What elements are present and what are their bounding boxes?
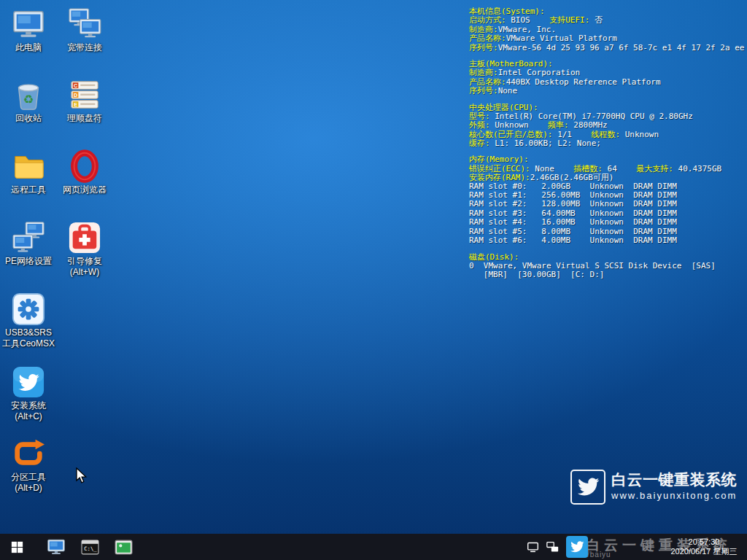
svg-text:C: C xyxy=(74,83,77,89)
sysinfo-line: 外频: Unknown 频率: 2800MHz xyxy=(469,120,745,128)
sysinfo-line: 型号: Intel(R) Core(TM) i7-7700HQ CPU @ 2.… xyxy=(469,111,745,120)
taskbar-app-pe-tool[interactable] xyxy=(39,534,73,560)
sysinfo-line: RAM slot #3: 64.00MB Unknown DRAM DIMM xyxy=(469,209,745,217)
sysinfo-line: RAM slot #1: 256.00MB Unknown DRAM DIMM xyxy=(469,190,745,199)
desktop-icon-label: USB3&SRS xyxy=(1,327,56,338)
sysinfo-line: 制造商:Intel Corporation xyxy=(469,67,745,76)
sysinfo-line xyxy=(469,244,745,252)
taskbar: C:\_ 白云一键重装系统 /baiyu xyxy=(0,534,747,560)
taskbar-clock[interactable]: 20:57:30 2020/06/17 星期三 xyxy=(665,537,743,556)
desktop-icon-label: PE网络设置 xyxy=(1,256,56,267)
pe-tool-icon xyxy=(47,537,66,556)
desktop-icon-partition-tool[interactable]: 分区工具 (Alt+D) xyxy=(1,437,56,494)
svg-text:♻: ♻ xyxy=(23,93,34,106)
sysinfo-line: RAM slot #4: 16.00MB Unknown DRAM DIMM xyxy=(469,217,745,226)
svg-text:D: D xyxy=(74,93,77,98)
desktop-icon-label-2: (Alt+W) xyxy=(57,267,112,278)
desktop-icon-recycle-bin[interactable]: ♻ 回收站 xyxy=(1,78,56,124)
brand-title: 白云一键重装系统 xyxy=(611,470,737,490)
brand-url: www.baiyunxitong.com xyxy=(611,490,737,501)
taskbar-app-cmd[interactable]: C:\_ xyxy=(73,534,107,560)
desktop-icon-label: 回收站 xyxy=(1,113,56,124)
sysinfo-line: RAM slot #5: 8.00MB Unknown DRAM DIMM xyxy=(469,227,745,236)
tray-network-icon[interactable] xyxy=(546,541,559,553)
desktop-icon-label: 理顺盘符 xyxy=(57,113,112,124)
sysinfo-line: 本机信息(System): xyxy=(469,6,745,15)
desktop-icon-label: 引导修复 xyxy=(57,256,112,267)
repair-toolbox-icon xyxy=(68,221,101,254)
media-tool-icon xyxy=(115,538,133,556)
command-prompt-icon: C:\_ xyxy=(81,538,99,556)
desktop-icon-boot-repair[interactable]: 引导修复 (Alt+W) xyxy=(57,221,112,278)
desktop-icon-label-2: (Alt+D) xyxy=(1,483,56,494)
desktop-icon-label: 此电脑 xyxy=(1,42,56,53)
desktop-icon-usb3-srs-tool[interactable]: USB3&SRS 工具CeoMSX xyxy=(1,292,56,349)
network-settings-icon xyxy=(12,221,45,254)
tray-display-icon[interactable] xyxy=(527,541,539,553)
sysinfo-line: 中央处理器(CPU): xyxy=(469,102,745,111)
desktop-icon-broadband[interactable]: 宽带连接 xyxy=(57,7,112,53)
sysinfo-line: 0 VMware, VMware Virtual S SCSI Disk Dev… xyxy=(469,261,745,270)
dual-monitor-icon xyxy=(68,7,101,41)
sysinfo-line: 启动方式: BIOS 支持UEFI: 否 xyxy=(469,15,745,23)
tray-brand-bird-icon[interactable] xyxy=(566,536,588,558)
sysinfo-line: [MBR] [30.00GB] [C: D:] xyxy=(469,270,745,279)
taskbar-app-media-tool[interactable] xyxy=(107,534,140,560)
desktop-icon-pe-network-settings[interactable]: PE网络设置 xyxy=(1,221,56,267)
sysinfo-line: RAM slot #2: 128.00MB Unknown DRAM DIMM xyxy=(469,199,745,208)
start-button[interactable] xyxy=(0,534,34,560)
sysinfo-line: 产品名称:440BX Desktop Reference Platform xyxy=(469,77,745,85)
sysinfo-line: 内存(Memory): xyxy=(469,154,745,163)
sysinfo-line: 磁盘(Disk): xyxy=(469,252,745,260)
desktop-icon-label-2: 工具CeoMSX xyxy=(1,338,56,349)
desktop-icon-label: 网页浏览器 xyxy=(57,184,112,195)
desktop-icon-web-browser[interactable]: 网页浏览器 xyxy=(57,149,112,195)
desktop-icon-label: 远程工具 xyxy=(1,184,56,195)
desktop-icon-remote-tools[interactable]: 远程工具 xyxy=(1,149,56,195)
sysinfo-line: 核心数(已开启/总数): 1/1 线程数: Unknown xyxy=(469,129,745,138)
system-tray: 20:57:30 2020/06/17 星期三 xyxy=(527,534,747,560)
mouse-cursor xyxy=(74,467,90,485)
bird-logo-icon xyxy=(12,365,45,399)
desktop-icon-label: 宽带连接 xyxy=(57,42,112,53)
svg-text:C:\_: C:\_ xyxy=(84,545,97,552)
sysinfo-line: RAM slot #6: 4.00MB Unknown DRAM DIMM xyxy=(469,236,745,244)
clock-time: 20:57:30 xyxy=(665,537,743,547)
desktop: 此电脑 宽带连接 ♻ 回收站 C D E 理 xyxy=(0,0,747,560)
windows-logo-icon xyxy=(11,541,23,553)
desktop-icon-label: 分区工具 xyxy=(1,472,56,483)
desktop-icon-label-2: (Alt+C) xyxy=(1,411,56,422)
brand-watermark: 白云一键重装系统 www.baiyunxitong.com xyxy=(570,467,740,510)
brand-bird-icon xyxy=(570,470,605,505)
clock-date: 2020/06/17 星期三 xyxy=(665,547,743,556)
opera-browser-icon xyxy=(68,149,101,183)
svg-text:E: E xyxy=(74,102,77,108)
gear-icon xyxy=(12,292,45,326)
sysinfo-line: 主板(MotherBoard): xyxy=(469,58,745,67)
folder-icon xyxy=(12,149,45,183)
system-info: 本机信息(System):启动方式: BIOS 支持UEFI: 否制造商:VMw… xyxy=(469,6,745,279)
sysinfo-line: 产品名称:VMware Virtual Platform xyxy=(469,33,745,42)
drive-letters-icon: C D E xyxy=(68,78,101,112)
sysinfo-line: 制造商:VMware, Inc. xyxy=(469,24,745,33)
desktop-icon-install-system[interactable]: 安装系统 (Alt+C) xyxy=(1,365,56,422)
partition-tool-icon xyxy=(12,437,45,470)
computer-icon xyxy=(12,7,45,41)
sysinfo-line: 安装内存(RAM):2.46GB(2.46GB可用) xyxy=(469,172,745,181)
sysinfo-line: 错误纠正(ECC): None 插槽数: 64 最大支持: 40.4375GB xyxy=(469,163,745,172)
desktop-icon-label: 安装系统 xyxy=(1,400,56,411)
recycle-bin-icon: ♻ xyxy=(12,78,45,112)
desktop-icon-drive-letter-tool[interactable]: C D E 理顺盘符 xyxy=(57,78,112,124)
sysinfo-line: RAM slot #0: 2.00GB Unknown DRAM DIMM xyxy=(469,182,745,190)
desktop-icon-this-pc[interactable]: 此电脑 xyxy=(1,7,56,53)
sysinfo-line: 序列号:VMware-56 4d 25 93 96 a7 6f 58-7c e1… xyxy=(469,42,745,51)
